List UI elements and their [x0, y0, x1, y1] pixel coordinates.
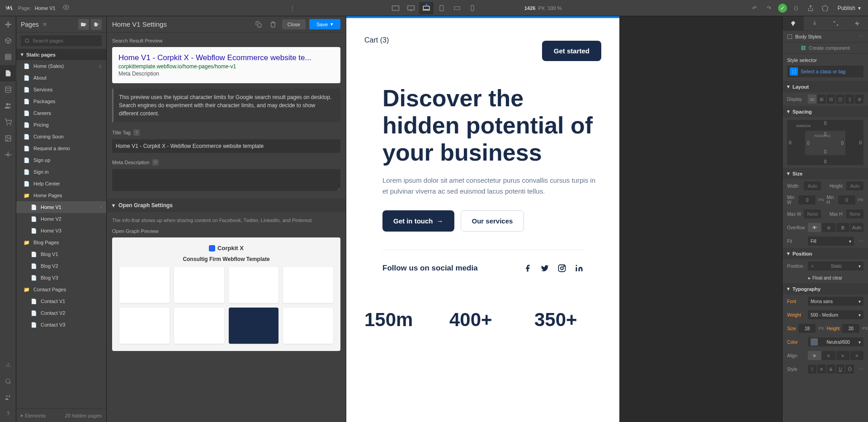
more-icon[interactable]: ⋮ — [290, 5, 295, 11]
overflow-hidden-icon[interactable]: ⊘ — [822, 223, 835, 232]
maxh-input[interactable] — [846, 209, 863, 218]
weight-select[interactable]: 500 - Medium▾ — [808, 310, 863, 319]
device-desktop-icon[interactable] — [404, 2, 418, 14]
elements-footer[interactable]: ▸ Elements20 hidden pages — [16, 408, 106, 422]
interactions-tab-icon[interactable] — [826, 16, 847, 30]
page-item[interactable]: 📄Blog V1 — [16, 248, 106, 260]
close-button[interactable]: Close — [282, 19, 306, 29]
close-panel-icon[interactable]: ✕ — [42, 21, 47, 28]
new-folder-icon[interactable]: + — [78, 19, 89, 30]
page-folder[interactable]: 📁Contact Pages — [16, 284, 106, 295]
device-mobile-landscape-icon[interactable] — [450, 2, 464, 14]
device-xl-icon[interactable] — [388, 2, 403, 14]
canvas[interactable]: Cart (3) Get started Discover the hidden… — [346, 16, 619, 422]
fit-select[interactable]: Fill▾ — [808, 237, 854, 246]
video-icon[interactable] — [0, 389, 16, 406]
decoration-none-icon[interactable]: ✕ — [817, 365, 826, 374]
help-icon[interactable]: ? — [0, 406, 16, 422]
page-name[interactable]: Home V1 — [35, 5, 56, 11]
hero-title[interactable]: Discover the hidden potential of your bu… — [382, 85, 601, 166]
undo-icon[interactable]: ↶ — [749, 3, 760, 14]
width-input[interactable] — [804, 181, 821, 190]
page-item-active[interactable]: 📄Home V1› — [16, 201, 106, 213]
italic-icon[interactable]: I — [808, 365, 816, 374]
page-folder[interactable]: 📁Blog Pages — [16, 237, 106, 248]
spacing-section[interactable]: ▾Spacing — [783, 106, 868, 117]
spacing-editor[interactable]: MARGIN 0 0 0 0 PADDING 0 0 0 0 — [787, 120, 863, 165]
audit-icon[interactable] — [820, 3, 830, 14]
our-services-button[interactable]: Our services — [461, 210, 524, 232]
page-item[interactable]: 📄Sign up — [16, 154, 106, 166]
typography-section[interactable]: ▾Typography — [783, 283, 868, 294]
display-block-icon[interactable]: ▭ — [808, 95, 816, 104]
page-item[interactable]: 📄Contact V2 — [16, 307, 106, 319]
static-pages-header[interactable]: ▾Static pages — [16, 49, 106, 60]
position-select[interactable]: ✕Static▾ — [808, 261, 863, 270]
page-item[interactable]: 📄Blog V3 — [16, 272, 106, 284]
page-item[interactable]: 📄Home V3 — [16, 225, 106, 237]
overflow-auto-icon[interactable]: Auto — [850, 223, 863, 232]
users-icon[interactable] — [0, 98, 16, 114]
align-left-icon[interactable]: ≡ — [808, 351, 821, 360]
assets-icon[interactable] — [0, 130, 16, 147]
page-folder[interactable]: 📁Home Pages — [16, 190, 106, 201]
page-item[interactable]: 📄About — [16, 72, 106, 84]
page-item[interactable]: 📄Services — [16, 84, 106, 95]
save-button[interactable]: Save▾ — [309, 19, 340, 29]
duplicate-icon[interactable] — [253, 19, 264, 30]
align-center-icon[interactable]: ≡ — [822, 351, 835, 360]
get-started-button[interactable]: Get started — [542, 41, 601, 61]
page-item[interactable]: 📄Help Center — [16, 178, 106, 190]
display-flex-icon[interactable]: ⊞ — [817, 95, 826, 104]
page-item[interactable]: 📄Packages — [16, 95, 106, 107]
size-input[interactable] — [798, 324, 816, 333]
viewport-width[interactable]: 1426 — [524, 5, 535, 11]
trash-icon[interactable] — [268, 19, 278, 30]
linkedin-icon[interactable] — [575, 264, 583, 272]
publish-button[interactable]: Publish▾ — [834, 3, 864, 13]
ecommerce-icon[interactable] — [0, 114, 16, 130]
search-icon[interactable] — [0, 373, 16, 389]
code-icon[interactable]: ⟨⟩ — [791, 3, 802, 14]
help-icon[interactable]: ? — [133, 129, 140, 136]
overflow-scroll-icon[interactable]: ≣ — [836, 223, 849, 232]
float-clear-button[interactable]: ▸Float and clear — [783, 273, 868, 283]
webflow-logo-icon[interactable] — [4, 3, 14, 14]
page-item[interactable]: 📄Contact V3 — [16, 319, 106, 331]
meta-desc-input[interactable] — [112, 169, 340, 191]
pages-icon[interactable] — [0, 65, 16, 81]
page-item[interactable]: 📄Contact V1 — [16, 295, 106, 307]
box-icon[interactable] — [0, 33, 16, 49]
minw-input[interactable] — [798, 195, 816, 204]
add-element-icon[interactable] — [0, 16, 16, 33]
search-pages-input[interactable] — [21, 35, 102, 46]
display-inline-block-icon[interactable]: ◫ — [836, 95, 844, 104]
help-icon[interactable]: ? — [152, 159, 159, 166]
twitter-icon[interactable] — [541, 264, 549, 272]
display-none-icon[interactable]: ⊘ — [855, 95, 863, 104]
style-tab-icon[interactable] — [783, 16, 804, 30]
create-component-button[interactable]: Create component — [783, 43, 868, 54]
instagram-icon[interactable] — [558, 264, 566, 272]
page-item[interactable]: 📄Home (Sales)⌂ — [16, 60, 106, 72]
height-input[interactable] — [846, 181, 863, 190]
display-inline-icon[interactable]: ▯ — [845, 95, 854, 104]
hero-subtitle[interactable]: Lorem ipsum dolor sit amet consectetur p… — [382, 175, 601, 197]
strike-icon[interactable]: S̶ — [827, 365, 835, 374]
cms-icon[interactable] — [0, 81, 16, 98]
page-item[interactable]: 📄Careers — [16, 107, 106, 119]
overflow-visible-icon[interactable]: 👁 — [808, 223, 821, 232]
title-tag-input[interactable] — [112, 139, 340, 153]
settings-tab-icon[interactable] — [804, 16, 825, 30]
size-section[interactable]: ▾Size — [783, 168, 868, 179]
og-settings-header[interactable]: ▾Open Graph Settings — [107, 199, 346, 212]
underline-icon[interactable]: U — [836, 365, 844, 374]
device-tablet-icon[interactable] — [434, 2, 449, 14]
preview-icon[interactable] — [63, 4, 69, 12]
page-item[interactable]: 📄Coming Soon — [16, 131, 106, 142]
navigator-icon[interactable] — [0, 49, 16, 65]
facebook-icon[interactable] — [524, 264, 532, 272]
effects-tab-icon[interactable] — [847, 16, 868, 30]
body-styles-row[interactable]: Body Styles⋯ — [783, 31, 868, 43]
status-check-icon[interactable]: ✓ — [778, 4, 787, 13]
